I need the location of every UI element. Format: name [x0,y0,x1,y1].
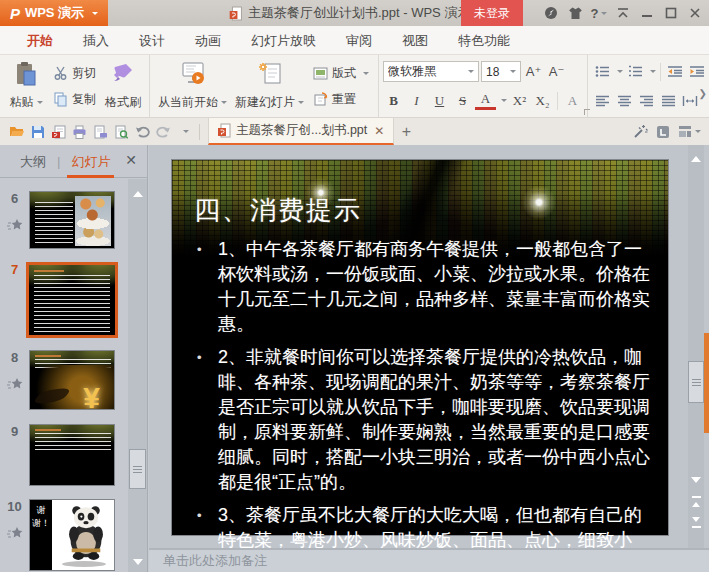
numbered-list-button[interactable] [625,61,645,82]
tools-wand-icon[interactable] [633,124,648,139]
grow-font-button[interactable]: A⁺ [523,61,544,82]
play-from-current-button[interactable]: 从当前开始 [154,58,231,114]
slide-thumbnail-row-7[interactable]: 7 [0,262,128,338]
increase-indent-button[interactable] [687,61,707,82]
previous-slide-button[interactable] [688,493,704,511]
slide-thumbnail-row-9[interactable]: 9 [0,424,128,486]
superscript-button[interactable]: X² [509,90,530,111]
subscript-button[interactable]: X₂ [532,90,553,111]
login-button[interactable]: 未登录 [461,0,523,26]
decrease-indent-button[interactable] [665,61,685,82]
workspace-button[interactable] [678,125,701,138]
bullet-list-button[interactable] [592,61,612,82]
slides-tab[interactable]: 幻灯片 [67,145,114,178]
reset-icon [313,92,328,106]
main-scrollbar[interactable] [688,145,704,548]
minimize-button[interactable] [635,0,659,26]
cut-button[interactable]: 剪切 [50,61,99,85]
strikethrough-button[interactable]: S [452,90,473,111]
help-button[interactable]: ? [587,0,611,26]
font-color-button[interactable]: A [475,91,496,110]
find-button[interactable] [111,120,132,143]
sidebar-scroll-down-button[interactable] [128,555,147,570]
maximize-button[interactable] [659,0,683,26]
task-pane-handle[interactable] [704,333,709,433]
feedback-button[interactable] [539,0,563,26]
scroll-down-button[interactable] [688,473,704,488]
print-preview-button[interactable] [90,120,111,143]
tab-view[interactable]: 视图 [387,26,443,55]
save-button[interactable] [27,120,48,143]
tab-close-icon[interactable]: ✕ [374,124,384,138]
slide-title[interactable]: 四、消费提示 [194,193,654,228]
font-size-select[interactable]: 18 [481,61,521,82]
shrink-font-button[interactable]: A⁻ [546,61,567,82]
slide-bullet[interactable]: 2、非就餐时间你可以选择茶餐厅提供的冷热饮品，咖啡、各种茶、现场调配的果汁、奶茶… [194,345,654,495]
panel-icon[interactable] [656,125,670,139]
slide-canvas[interactable]: 四、消费提示 1、中午各茶餐厅都有商务午餐提供，一般都包含了一杯饮料或汤，一份饭… [172,160,668,535]
new-tab-button[interactable]: + [394,120,418,144]
quickbar-more-button[interactable] [174,120,195,143]
clear-format-button[interactable]: A [562,90,583,111]
outline-tab[interactable]: 大纲 [16,145,50,178]
export-pdf-button[interactable] [48,120,69,143]
slide-thumbnail-row-8[interactable]: 8 ¥ [0,350,128,410]
caret-down-icon [650,70,656,76]
dialog-launcher-icon[interactable] [584,109,590,115]
tab-animation[interactable]: 动画 [180,26,236,55]
scroll-thumb[interactable] [688,361,704,403]
align-center-button[interactable] [614,90,634,111]
tab-home[interactable]: 开始 [12,26,68,55]
slide-thumbnail-row-10[interactable]: 10 谢谢！ [0,499,128,571]
more-tools-chevron[interactable]: ❯ [699,88,707,99]
divider [660,63,661,81]
wps-menu-button[interactable]: P WPS 演示 [0,0,108,26]
notes-placeholder: 单击此处添加备注 [163,552,267,570]
tab-review[interactable]: 审阅 [331,26,387,55]
layout-button[interactable]: 版式 [310,61,372,85]
bold-button[interactable]: B [383,90,404,111]
undo-button[interactable] [132,120,153,143]
close-button[interactable] [683,0,707,26]
font-name-select[interactable]: 微软雅黑 [383,61,479,82]
paste-button[interactable]: 粘贴 [4,58,48,114]
new-slide-button[interactable]: 新建幻灯片 [231,58,308,114]
tab-insert[interactable]: 插入 [68,26,124,55]
divider: | [57,154,60,169]
align-right-button[interactable] [636,90,656,111]
justify-button[interactable] [658,90,678,111]
thumb-title-line [35,355,61,357]
redo-button[interactable] [153,120,174,143]
grip-icon [692,379,701,386]
tab-special-features[interactable]: 特色功能 [443,26,525,55]
underline-button[interactable]: U [429,90,450,111]
sidebar-scrollbar[interactable] [128,179,147,572]
document-tab[interactable]: 主题茶餐厅创...划书.ppt ✕ [208,118,394,145]
print-button[interactable] [69,120,90,143]
collapse-ribbon-button[interactable] [611,0,635,26]
scroll-up-button[interactable] [688,150,704,165]
caret-down-icon [363,72,369,78]
next-slide-button[interactable] [688,513,704,531]
format-painter-button[interactable]: 格式刷 [101,58,145,114]
tab-slideshow[interactable]: 幻灯片放映 [236,26,331,55]
reset-button[interactable]: 重置 [310,87,372,111]
distribute-text-button[interactable] [680,90,700,111]
copy-button[interactable]: 复制 [50,87,99,111]
slide-bullet[interactable]: 1、中午各茶餐厅都有商务午餐提供，一般都包含了一杯饮料或汤，一份饭或面、小菜、沙… [194,237,654,337]
slide-text-box[interactable]: 四、消费提示 1、中午各茶餐厅都有商务午餐提供，一般都包含了一杯饮料或汤，一份饭… [194,193,654,527]
open-button[interactable] [6,120,27,143]
help-icon: ? [591,6,599,21]
italic-button[interactable]: I [406,90,427,111]
workspace-icon [678,125,692,138]
tab-design[interactable]: 设计 [124,26,180,55]
notes-area[interactable]: 单击此处添加备注 [149,548,709,572]
align-left-button[interactable] [592,90,612,111]
skin-button[interactable] [563,0,587,26]
wps-app-name: WPS 演示 [25,4,84,22]
align-right-icon [639,95,654,107]
sidebar-scroll-up-button[interactable] [128,185,147,200]
panel-close-icon[interactable]: ✕ [125,152,137,168]
sidebar-scroll-thumb[interactable] [129,449,146,489]
slide-thumbnail-row-6[interactable]: 6 [0,191,128,249]
